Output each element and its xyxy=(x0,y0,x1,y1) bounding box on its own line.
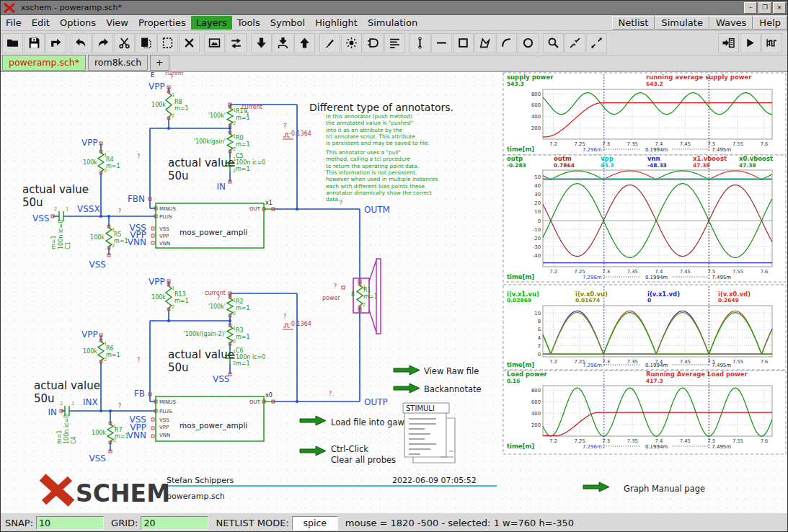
rectangle-button[interactable] xyxy=(453,33,474,53)
svg-text:543.3: 543.3 xyxy=(507,81,524,87)
place-symbol-button[interactable] xyxy=(204,33,225,53)
paste-button[interactable] xyxy=(157,33,178,53)
component-button[interactable] xyxy=(363,33,384,53)
svg-text:running average supply power: running average supply power xyxy=(646,74,752,81)
reload-button[interactable] xyxy=(45,33,66,53)
svg-text:10: 10 xyxy=(534,209,541,215)
close-button[interactable]: × xyxy=(773,2,786,14)
paste-icon xyxy=(161,37,174,49)
window-title: xschem - poweramp.sch* xyxy=(21,3,744,12)
descend-button[interactable] xyxy=(251,33,272,53)
svg-text:800: 800 xyxy=(531,92,541,97)
menu-button-netlist[interactable]: Netlist xyxy=(612,16,655,30)
svg-text:40: 40 xyxy=(534,183,541,189)
graph-panel-3[interactable]: i(v.x1.vu)0.02869i(v.x0.vu)0.01674i(v.x1… xyxy=(503,285,786,370)
menu-button-waves[interactable]: Waves xyxy=(709,16,753,30)
line-button[interactable] xyxy=(431,33,452,53)
place-symbol-icon xyxy=(208,37,221,49)
svg-text:time[m]: time[m] xyxy=(507,361,534,368)
simulate-button[interactable] xyxy=(740,33,761,53)
wire-button[interactable] xyxy=(410,33,430,53)
tab-rom8k-sch[interactable]: rom8k.sch xyxy=(88,55,148,71)
svg-text:7.4: 7.4 xyxy=(655,141,663,147)
schematic-canvas[interactable]: 121212121212121212121212121212VPPVPPVSSX… xyxy=(1,71,788,513)
netlist-mode-value[interactable]: spice xyxy=(292,516,338,531)
menu-item-edit[interactable]: Edit xyxy=(27,16,55,30)
maximize-button[interactable]: ❐ xyxy=(758,2,771,14)
light-button[interactable] xyxy=(341,33,362,53)
brush-button[interactable] xyxy=(319,33,340,53)
undo-button[interactable] xyxy=(71,33,92,53)
svg-text:10: 10 xyxy=(534,311,541,316)
svg-text:Running Average Load power: Running Average Load power xyxy=(646,371,748,378)
svg-text:7.45: 7.45 xyxy=(680,269,691,275)
zoom-sel-button[interactable] xyxy=(565,33,585,53)
menu-item-simulation[interactable]: Simulation xyxy=(363,16,422,30)
waves-button[interactable] xyxy=(761,33,782,53)
svg-text:-20: -20 xyxy=(533,236,541,241)
menu-button-simulate[interactable]: Simulate xyxy=(655,16,709,30)
zoom-full-button[interactable] xyxy=(586,33,607,53)
cut-button[interactable] xyxy=(114,33,135,53)
svg-text:20: 20 xyxy=(534,200,541,206)
new-tab-button[interactable]: + xyxy=(150,55,169,71)
svg-text:7.6: 7.6 xyxy=(761,141,769,147)
redo-button[interactable] xyxy=(92,33,113,53)
svg-text:7.3: 7.3 xyxy=(602,438,610,444)
copy-icon xyxy=(140,37,152,49)
delete-button[interactable] xyxy=(179,33,200,53)
arc-button[interactable] xyxy=(496,33,517,53)
graph-panel-4[interactable]: Load power0.16Running Average Load power… xyxy=(503,371,786,454)
menu-item-file[interactable]: File xyxy=(1,16,27,30)
waveform-graphs[interactable]: supply power543.3running average supply … xyxy=(1,72,788,513)
svg-text:0.1994m: 0.1994m xyxy=(645,444,668,450)
toolbar xyxy=(1,31,787,56)
text-button[interactable] xyxy=(384,33,405,53)
graph-panel-2[interactable]: outp-0.283outm0.7864vpp43.3vnn-48.33x1.v… xyxy=(503,155,786,282)
search-icon xyxy=(547,37,559,49)
open-button[interactable] xyxy=(2,33,23,53)
swap-icon xyxy=(230,37,242,49)
menu-item-view[interactable]: View xyxy=(101,16,133,30)
svg-text:x1.vboost: x1.vboost xyxy=(693,155,727,162)
svg-text:0: 0 xyxy=(538,352,541,358)
menu-item-tools[interactable]: Tools xyxy=(232,16,265,30)
circle-button[interactable] xyxy=(518,33,539,53)
polygon-button[interactable] xyxy=(474,33,495,53)
grid-input[interactable] xyxy=(141,516,208,530)
svg-text:0.1994m: 0.1994m xyxy=(645,275,668,280)
snap-input[interactable] xyxy=(36,516,104,530)
search-button[interactable] xyxy=(543,33,564,53)
menu-item-highlight[interactable]: Highlight xyxy=(310,16,363,30)
rectangle-icon xyxy=(457,37,469,49)
svg-text:400: 400 xyxy=(531,114,541,120)
menu-item-symbol[interactable]: Symbol xyxy=(265,16,310,30)
minimize-button[interactable]: – xyxy=(744,2,757,14)
menu-button-help[interactable]: Help xyxy=(753,16,787,30)
descend-icon xyxy=(255,37,267,49)
menu-item-options[interactable]: Options xyxy=(55,16,101,30)
menu-left: FileEditOptionsViewPropertiesLayersTools… xyxy=(1,16,612,30)
svg-text:43.3: 43.3 xyxy=(601,162,614,169)
push-button[interactable] xyxy=(273,33,293,53)
tab-poweramp-sch-[interactable]: poweramp.sch* xyxy=(2,55,86,71)
line-icon xyxy=(435,37,448,49)
svg-text:400: 400 xyxy=(531,411,541,417)
svg-text:supply power: supply power xyxy=(507,74,554,81)
brush-icon xyxy=(324,37,336,49)
swap-button[interactable] xyxy=(226,33,247,53)
menu-item-layers[interactable]: Layers xyxy=(191,16,232,30)
graph-panel-1[interactable]: supply power543.3running average supply … xyxy=(503,73,786,155)
menu-item-properties[interactable]: Properties xyxy=(133,16,191,30)
pop-button[interactable] xyxy=(294,33,315,53)
light-icon xyxy=(345,37,358,49)
copy-button[interactable] xyxy=(136,33,156,53)
svg-text:7.6: 7.6 xyxy=(761,438,769,444)
reload-icon xyxy=(50,37,62,49)
delete-icon xyxy=(183,37,195,49)
save-button[interactable] xyxy=(24,33,45,53)
svg-text:200: 200 xyxy=(531,422,541,428)
netlist-button[interactable] xyxy=(718,33,739,53)
svg-text:-48.33: -48.33 xyxy=(647,162,667,169)
open-icon xyxy=(6,37,19,49)
